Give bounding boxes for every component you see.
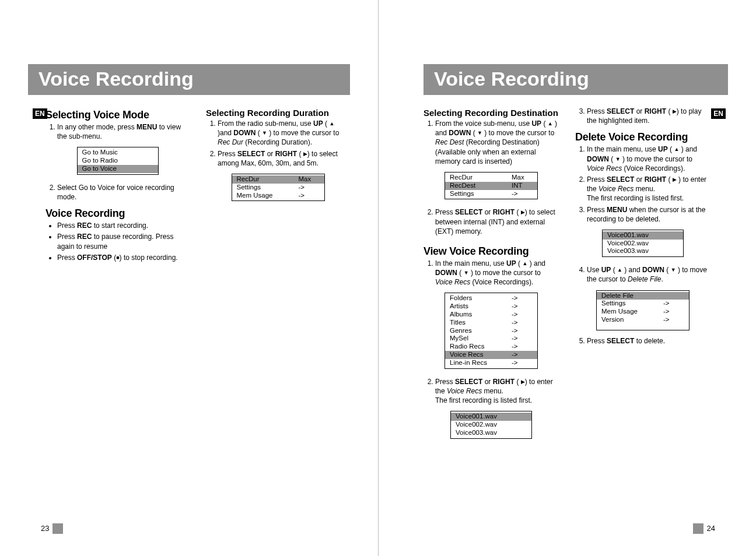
menu-row: Voice Recs-> xyxy=(445,351,537,359)
list-rec-dest: From the voice sub-menu, use UP ( ▲ ) an… xyxy=(424,119,559,166)
columns-right: Selecting Recording Destination From the… xyxy=(406,105,728,447)
heading-voice-recording: Voice Recording xyxy=(46,207,190,220)
menu-row: Settings-> xyxy=(445,190,537,198)
menu-delete-file: Delete FileSettings->Mem Usage->Version-… xyxy=(596,290,690,330)
col-l2: Selecting Recording Duration From the ra… xyxy=(206,105,350,268)
step-1: In the main menu, use UP ( ▲ ) and DOWN … xyxy=(435,259,559,287)
menu-recdest: RecDurMaxRecDestINTSettings-> xyxy=(444,172,538,199)
down-icon: ▼ xyxy=(477,130,482,136)
list-view-3: Press SELECT or RIGHT ( ▶) to play the h… xyxy=(575,107,710,125)
menu-row: Go to Radio xyxy=(78,157,158,165)
menu-row: Voice003.wav xyxy=(451,429,531,437)
menu-row: MySel-> xyxy=(445,335,537,343)
bullet-3: Press OFF/STOP (■) to stop recording. xyxy=(57,253,190,262)
corner-block-right xyxy=(693,523,704,534)
down-icon: ▼ xyxy=(671,267,676,273)
step-1: In any other mode, press MENU to view th… xyxy=(57,122,190,141)
page-spread: Voice Recording EN Selecting Voice Mode … xyxy=(0,0,756,556)
step-2: Press SELECT or RIGHT ( ▶) to select amo… xyxy=(218,149,350,168)
list-rec-dur: From the radio sub-menu, use UP ( ▲ )and… xyxy=(206,119,350,168)
bullet-2: Press REC to pause recording. Press agai… xyxy=(57,232,190,251)
step-2: Select Go to Voice for voice recording m… xyxy=(57,183,190,202)
heading-delete: Delete Voice Recording xyxy=(575,131,710,143)
menu-row: Voice001.wav xyxy=(603,231,683,240)
bullets-voice-recording: Press REC to start recording. Press REC … xyxy=(46,221,190,262)
col-l1: Selecting Voice Mode In any other mode, … xyxy=(28,105,190,268)
up-icon: ▲ xyxy=(674,146,679,152)
corner-block-left xyxy=(52,523,63,534)
list-delete: In the main menu, use UP ( ▲ ) and DOWN … xyxy=(575,145,710,224)
heading-view-voice: View Voice Recording xyxy=(424,245,559,258)
heading-recording-duration: Selecting Recording Duration xyxy=(206,108,350,118)
menu-recdur: RecDurMaxSettings->Mem Usage-> xyxy=(232,174,325,201)
right-icon: ▶ xyxy=(303,151,307,157)
menu-row: Genres-> xyxy=(445,327,537,335)
menu-row: Radio Recs-> xyxy=(445,343,537,351)
menu-row: RecDurMax xyxy=(445,174,537,182)
menu-row: Voice002.wav xyxy=(603,240,683,248)
list-rec-dest-2: Press SELECT or RIGHT ( ▶) to select bet… xyxy=(424,207,559,236)
menu-row: Artists-> xyxy=(445,302,537,311)
menu-row: RecDestINT xyxy=(445,182,537,190)
menu-row: Go to Voice xyxy=(78,165,158,173)
down-icon: ▼ xyxy=(464,270,469,276)
lang-badge: EN xyxy=(33,108,47,119)
banner-right: Voice Recording xyxy=(424,64,728,95)
menu-row: Line-in Recs-> xyxy=(445,359,537,367)
columns-left: Selecting Voice Mode In any other mode, … xyxy=(28,105,350,268)
page-left: Voice Recording EN Selecting Voice Mode … xyxy=(0,0,378,556)
up-icon: ▲ xyxy=(548,121,553,126)
banner-left: Voice Recording xyxy=(28,64,350,95)
heading-recording-destination: Selecting Recording Destination xyxy=(424,108,559,118)
menu-submenu: Go to MusicGo to RadioGo to Voice xyxy=(77,147,159,174)
menu-row: RecDurMax xyxy=(232,175,324,184)
up-icon: ▲ xyxy=(329,121,334,126)
step-1: From the radio sub-menu, use UP ( ▲ )and… xyxy=(218,119,350,147)
page-number-24: 24 xyxy=(707,524,715,533)
menu-main-list: Folders->Artists->Albums->Titles->Genres… xyxy=(444,293,538,368)
menu-row: Settings-> xyxy=(597,300,689,308)
menu-row: Albums-> xyxy=(445,311,537,319)
menu-row: Titles-> xyxy=(445,319,537,327)
menu-row: Voice001.wav xyxy=(451,413,531,421)
menu-row: Settings-> xyxy=(232,184,324,192)
lang-badge: EN xyxy=(711,108,726,119)
step-3: Press MENU when the cursor is at the rec… xyxy=(587,205,710,224)
col-r1: Selecting Recording Destination From the… xyxy=(424,105,559,447)
menu-row: Folders-> xyxy=(445,294,537,302)
menu-row: Delete File xyxy=(597,292,689,300)
menu-row: Version-> xyxy=(597,316,689,324)
list-view: In the main menu, use UP ( ▲ ) and DOWN … xyxy=(424,259,559,287)
lang-badge-right: EN xyxy=(711,108,726,119)
right-icon: ▶ xyxy=(521,209,525,215)
right-icon: ▶ xyxy=(673,108,677,114)
step-1: In the main menu, use UP ( ▲ ) and DOWN … xyxy=(587,145,710,173)
step-3: Press SELECT or RIGHT ( ▶) to play the h… xyxy=(587,107,710,125)
lang-badge-left: EN xyxy=(33,108,47,119)
down-icon: ▼ xyxy=(262,130,267,136)
menu-row: Mem Usage-> xyxy=(232,192,324,200)
step-2: Press SELECT or RIGHT ( ▶) to enter the … xyxy=(435,377,559,406)
list-delete-5: Press SELECT to delete. xyxy=(575,336,710,346)
list-voice-mode: In any other mode, press MENU to view th… xyxy=(46,122,190,141)
right-icon: ▶ xyxy=(673,177,677,182)
list-view-2: Press SELECT or RIGHT ( ▶) to enter the … xyxy=(424,377,559,406)
menu-row: Go to Music xyxy=(78,149,158,157)
step-1: From the voice sub-menu, use UP ( ▲ ) an… xyxy=(435,119,559,166)
heading-selecting-voice-mode: Selecting Voice Mode xyxy=(46,109,190,121)
page-number-23: 23 xyxy=(41,524,49,533)
up-icon: ▲ xyxy=(522,261,527,266)
page-right: Voice Recording EN Selecting Recording D… xyxy=(378,0,756,556)
list-voice-mode-2: Select Go to Voice for voice recording m… xyxy=(46,183,190,202)
menu-voice-files-1: Voice001.wavVoice002.wavVoice003.wav xyxy=(450,411,532,438)
step-2: Press SELECT or RIGHT ( ▶) to select bet… xyxy=(435,207,559,236)
menu-voice-files-2: Voice001.wavVoice002.wavVoice003.wav xyxy=(602,230,684,257)
down-icon: ▼ xyxy=(615,156,621,162)
menu-row: Mem Usage-> xyxy=(597,308,689,316)
step-4: Use UP ( ▲ ) and DOWN ( ▼ ) to move the … xyxy=(587,265,710,284)
step-2: Press SELECT or RIGHT ( ▶ ) to enter the… xyxy=(587,175,710,203)
right-icon: ▶ xyxy=(521,379,525,385)
step-5: Press SELECT to delete. xyxy=(587,336,710,346)
up-icon: ▲ xyxy=(617,267,622,273)
col-r2: Press SELECT or RIGHT ( ▶) to play the h… xyxy=(575,105,728,447)
